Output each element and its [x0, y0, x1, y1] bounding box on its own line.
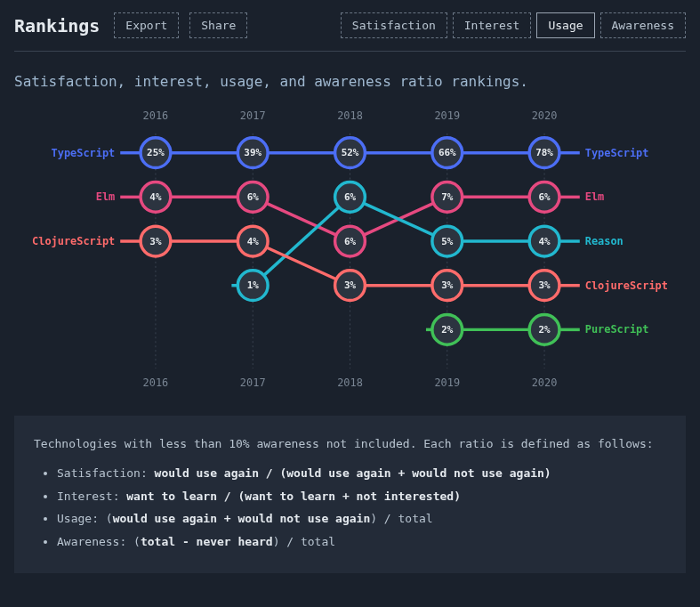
metric-tabs: Satisfaction Interest Usage Awareness — [341, 12, 686, 38]
svg-text:6%: 6% — [344, 236, 357, 247]
export-button[interactable]: Export — [114, 12, 179, 38]
page-subtitle: Satisfaction, interest, usage, and aware… — [14, 73, 686, 90]
svg-text:2017: 2017 — [240, 109, 266, 122]
notes-item: Interest: want to learn / (want to learn… — [57, 486, 666, 506]
notes-list: Satisfaction: would use again / (would u… — [34, 463, 666, 552]
svg-text:2019: 2019 — [434, 109, 460, 122]
svg-text:2016: 2016 — [143, 376, 169, 389]
notes-item: Satisfaction: would use again / (would u… — [57, 463, 666, 483]
svg-text:6%: 6% — [247, 191, 260, 203]
svg-text:39%: 39% — [244, 147, 261, 158]
svg-text:3%: 3% — [344, 279, 357, 291]
svg-text:66%: 66% — [439, 147, 456, 158]
svg-text:2%: 2% — [441, 324, 454, 336]
svg-text:4%: 4% — [149, 191, 162, 203]
svg-text:Reason: Reason — [585, 235, 624, 247]
svg-text:3%: 3% — [149, 236, 162, 247]
notes-item: Usage: (would use again + would not use … — [57, 508, 666, 529]
tab-interest[interactable]: Interest — [453, 12, 532, 38]
svg-text:25%: 25% — [147, 147, 165, 158]
svg-text:6%: 6% — [538, 191, 551, 203]
svg-text:1%: 1% — [247, 279, 260, 291]
svg-text:4%: 4% — [538, 236, 551, 247]
svg-text:ClojureScript: ClojureScript — [32, 235, 115, 247]
svg-text:2019: 2019 — [434, 376, 460, 389]
page-title: Rankings — [14, 15, 100, 36]
svg-text:7%: 7% — [441, 191, 454, 203]
svg-text:78%: 78% — [535, 147, 553, 158]
top-bar: Rankings Export Share Satisfaction Inter… — [14, 12, 686, 52]
svg-text:2016: 2016 — [143, 109, 169, 122]
svg-text:ClojureScript: ClojureScript — [585, 279, 668, 292]
rankings-chart: 2016201620172017201820182019201920202020… — [14, 99, 686, 393]
share-button[interactable]: Share — [189, 12, 247, 38]
svg-text:2%: 2% — [538, 324, 551, 336]
svg-text:2018: 2018 — [337, 109, 363, 122]
svg-text:5%: 5% — [441, 236, 454, 247]
svg-text:Elm: Elm — [96, 190, 116, 203]
tab-usage[interactable]: Usage — [536, 12, 594, 38]
svg-text:3%: 3% — [538, 279, 551, 291]
svg-text:TypeScript: TypeScript — [52, 147, 116, 159]
svg-text:3%: 3% — [441, 279, 454, 291]
svg-text:2017: 2017 — [240, 376, 266, 389]
svg-text:PureScript: PureScript — [585, 323, 649, 336]
tab-satisfaction[interactable]: Satisfaction — [341, 12, 447, 38]
notes-intro: Technologies with less than 10% awarenes… — [34, 433, 666, 454]
notes-item: Awareness: (total - never heard) / total — [57, 531, 666, 552]
svg-text:2020: 2020 — [532, 109, 558, 122]
notes-panel: Technologies with less than 10% awarenes… — [14, 416, 686, 573]
tab-awareness[interactable]: Awareness — [600, 12, 686, 38]
svg-text:2020: 2020 — [532, 376, 558, 389]
svg-text:2018: 2018 — [337, 376, 363, 389]
chart-svg: 2016201620172017201820182019201920202020… — [14, 99, 686, 393]
svg-text:4%: 4% — [247, 236, 260, 247]
svg-text:TypeScript: TypeScript — [585, 147, 649, 159]
svg-text:52%: 52% — [342, 147, 359, 158]
svg-text:6%: 6% — [344, 191, 357, 203]
svg-line-28 — [264, 207, 339, 276]
svg-text:Elm: Elm — [585, 190, 605, 203]
